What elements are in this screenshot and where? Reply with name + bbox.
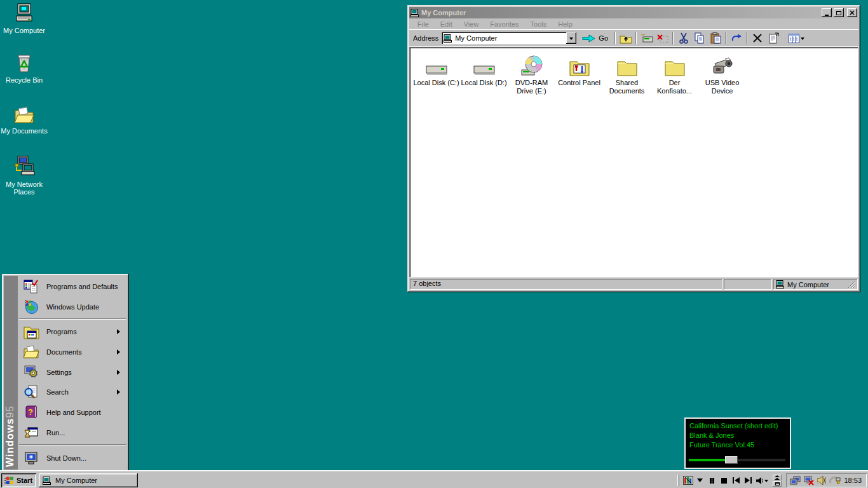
offline-icon[interactable] (804, 476, 814, 485)
file-item-der-konfisato[interactable]: Der Konfisato... (651, 55, 698, 95)
volume-button[interactable] (754, 474, 770, 487)
desktop-icon-recycle-bin[interactable]: Recycle Bin (0, 52, 48, 84)
file-item-dvd-ram-drive[interactable]: DVD-RAM Drive (E:) (508, 55, 555, 95)
my-computer-window: My Computer File Edit View Favorites Too… (407, 5, 860, 292)
winamp-icon[interactable] (682, 474, 694, 487)
start-menu-banner: Windows95 (4, 276, 18, 470)
network-icon[interactable] (790, 476, 801, 485)
start-item-programs[interactable]: Programs (18, 322, 127, 342)
close-button[interactable] (847, 8, 857, 17)
chevron-up-icon[interactable] (773, 475, 782, 480)
stop-button[interactable] (718, 474, 730, 487)
my-computer-icon (13, 3, 35, 24)
toolbar-grip[interactable] (677, 475, 679, 486)
pause-button[interactable] (706, 474, 718, 487)
taskbar-task-my-computer[interactable]: My Computer (39, 473, 138, 487)
menu-view[interactable]: View (458, 19, 485, 29)
menu-tools[interactable]: Tools (525, 19, 553, 29)
start-menu: Windows95 Programs and Default (2, 274, 129, 471)
address-combobox[interactable]: My Computer (442, 32, 576, 44)
up-button[interactable] (618, 31, 634, 45)
undo-button[interactable] (728, 31, 744, 45)
media-progress-fill (689, 459, 725, 461)
file-list-view: Local Disk (C:) Local Disk (D:) (409, 47, 858, 278)
toolbar-separator (725, 32, 726, 44)
start-item-shut-down[interactable]: Shut Down... (18, 447, 127, 469)
go-button[interactable]: Go (578, 31, 613, 45)
start-item-settings[interactable]: Settings (18, 362, 127, 383)
properties-button[interactable] (765, 31, 781, 45)
file-item-label: Shared Documents (603, 79, 651, 95)
folder-icon (616, 55, 638, 76)
address-value: My Computer (455, 34, 564, 42)
chevron-right-icon (117, 349, 123, 355)
menu-file[interactable]: File (412, 19, 435, 29)
start-item-label: Documents (46, 348, 82, 356)
start-item-help-and-support[interactable]: ? Help and Support (18, 402, 127, 423)
start-item-windows-update[interactable]: Windows Update (18, 297, 127, 317)
media-seek-thumb[interactable] (725, 456, 738, 464)
restore-window-icon[interactable] (773, 481, 782, 487)
desktop-icon-my-documents[interactable]: My Documents (0, 104, 48, 135)
media-track-title: California Sunset (short edit) (689, 421, 786, 431)
brand-name: Windows (4, 418, 15, 467)
start-button-label: Start (17, 477, 32, 484)
file-item-control-panel[interactable]: Control Panel (555, 55, 603, 87)
window-computer-icon (410, 9, 419, 17)
address-label: Address (413, 34, 438, 42)
speaker-icon[interactable] (817, 476, 826, 485)
window-menubar: File Edit View Favorites Tools Help (409, 18, 858, 30)
start-item-label: Programs and Defaults (46, 283, 118, 290)
start-button[interactable]: Start (1, 473, 36, 487)
cut-button[interactable] (675, 31, 691, 45)
map-network-drive-button[interactable] (639, 31, 654, 45)
start-item-label: Help and Support (46, 409, 101, 416)
start-menu-items: Programs and Defaults Windows Update (18, 276, 127, 470)
unplug-icon[interactable] (829, 476, 841, 485)
file-item-local-disk-c[interactable]: Local Disk (C:) (412, 55, 460, 87)
task-label: My Computer (55, 477, 97, 484)
menu-help[interactable]: Help (552, 19, 578, 29)
copy-button[interactable] (691, 31, 707, 45)
delete-button[interactable] (749, 31, 765, 45)
hard-drive-icon (426, 55, 447, 76)
menu-favorites[interactable]: Favorites (484, 19, 524, 29)
menu-edit[interactable]: Edit (435, 19, 458, 29)
views-button[interactable] (786, 31, 806, 45)
file-item-label: Der Konfisato... (651, 79, 698, 95)
disconnect-network-drive-button[interactable] (654, 31, 670, 45)
go-arrow-icon (582, 34, 595, 43)
next-button[interactable] (742, 474, 754, 487)
file-item-local-disk-d[interactable]: Local Disk (D:) (460, 55, 508, 87)
minimize-button[interactable] (822, 8, 832, 17)
shutdown-icon (23, 451, 39, 466)
desktop-icon-my-network-places[interactable]: My Network Places (0, 155, 48, 196)
maximize-button[interactable] (834, 8, 844, 17)
media-track-album: Future Trance Vol.45 (689, 440, 786, 450)
desktop-icon-my-computer[interactable]: My Computer (0, 3, 48, 34)
start-item-run[interactable]: Run... (18, 423, 127, 443)
media-seek-bar[interactable] (689, 457, 787, 463)
taskbar-clock[interactable]: 18:53 (844, 477, 862, 484)
file-item-shared-documents[interactable]: Shared Documents (603, 55, 651, 95)
media-overlay: California Sunset (short edit) Blank & J… (684, 417, 791, 469)
desktop-icon-label: My Computer (3, 27, 45, 34)
file-item-label: DVD-RAM Drive (E:) (508, 79, 555, 95)
toolbar-chevron-control (773, 475, 782, 487)
start-item-programs-and-defaults[interactable]: Programs and Defaults (18, 276, 127, 297)
start-item-search[interactable]: Search (18, 382, 127, 402)
paste-button[interactable] (707, 31, 723, 45)
start-item-documents[interactable]: Documents (18, 342, 127, 362)
help-icon: ? (23, 405, 39, 420)
system-tray: 18:53 (786, 473, 867, 487)
window-titlebar[interactable]: My Computer (409, 7, 858, 18)
control-panel-icon (569, 55, 590, 76)
previous-button[interactable] (730, 474, 742, 487)
file-item-usb-video-device[interactable]: USB Video Device (698, 55, 746, 95)
taskbar: Start My Computer (0, 471, 868, 488)
resize-grip[interactable] (848, 281, 855, 288)
settings-icon (23, 365, 39, 380)
recycle-bin-icon (13, 52, 35, 74)
address-dropdown-button[interactable] (566, 32, 576, 44)
media-menu-button[interactable] (694, 474, 706, 487)
